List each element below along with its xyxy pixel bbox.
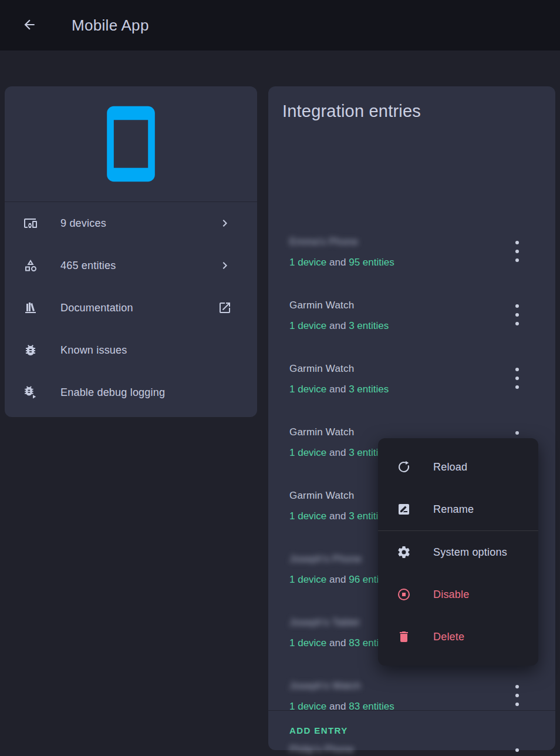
entry-entities-link[interactable]: 3 entities [349, 384, 389, 395]
info-item-documentation[interactable]: Documentation [5, 287, 257, 329]
entry-device-link[interactable]: 1 device [289, 510, 326, 522]
menu-item-disable[interactable]: Disable [378, 573, 538, 616]
entry-name: Garmin Watch [289, 298, 502, 313]
app-header: Mobile App [0, 0, 560, 51]
entry-and-text: and [329, 447, 346, 458]
entries-card-footer: ADD ENTRY [268, 710, 555, 750]
entry-subtitle: 1 device and 3 entities [289, 382, 502, 397]
info-item-label: Enable debug logging [60, 387, 165, 399]
entry-device-link[interactable]: 1 device [289, 257, 326, 268]
integration-icon-area [5, 86, 257, 201]
entry-name: Garmin Watch [289, 425, 502, 439]
gear-icon [397, 545, 411, 559]
page-title: Mobile App [72, 16, 149, 35]
info-list: 9 devices 465 entities Documentation [5, 202, 257, 414]
integration-entry-row: Emma's Phone 1 device and 95 entities [268, 229, 555, 293]
entry-and-text: and [329, 257, 346, 268]
add-entry-button[interactable]: ADD ENTRY [289, 725, 348, 735]
menu-item-delete[interactable]: Delete [378, 616, 538, 658]
shapes-icon [23, 258, 38, 273]
entry-menu-button[interactable] [505, 240, 529, 263]
entry-name: Joseph's Watch [289, 679, 502, 693]
arrow-left-icon [22, 17, 37, 34]
back-button[interactable] [21, 17, 38, 33]
entry-menu-button[interactable] [505, 684, 529, 707]
entry-name: Garmin Watch [289, 362, 502, 376]
entry-device-link[interactable]: 1 device [289, 637, 326, 649]
trash-icon [397, 630, 411, 644]
entry-context-menu: Reload Rename System options Disable De [378, 438, 538, 666]
menu-item-reload[interactable]: Reload [378, 446, 538, 488]
bug-play-icon [23, 385, 38, 399]
menu-item-label: Disable [433, 589, 469, 601]
entry-device-link[interactable]: 1 device [289, 384, 326, 395]
entry-device-link[interactable]: 1 device [289, 447, 326, 458]
menu-item-label: Reload [433, 461, 467, 473]
info-item-label: Known issues [60, 344, 127, 357]
info-item-entities[interactable]: 465 entities [5, 244, 257, 287]
entry-menu-button[interactable] [505, 367, 529, 390]
open-in-new-icon [218, 301, 232, 315]
entries-card-title: Integration entries [268, 86, 555, 121]
entry-and-text: and [329, 637, 346, 649]
reload-icon [397, 460, 411, 474]
entry-and-text: and [329, 510, 346, 522]
bookshelf-icon [23, 301, 38, 315]
info-item-label: 465 entities [60, 260, 116, 272]
entry-name: Emma's Phone [289, 235, 502, 249]
entry-device-link[interactable]: 1 device [289, 574, 326, 585]
stop-circle-icon [397, 587, 411, 602]
integration-entry-row: Garmin Watch 1 device and 3 entities [268, 293, 555, 356]
menu-item-label: Delete [433, 631, 464, 643]
rename-box-icon [397, 502, 411, 516]
entry-subtitle: 1 device and 3 entities [289, 319, 502, 333]
mobile-app-integration-page: Mobile App 9 devices 465 entities [0, 0, 560, 756]
entry-and-text: and [329, 384, 346, 395]
entry-subtitle: 1 device and 95 entities [289, 256, 502, 270]
entry-menu-button[interactable] [505, 303, 529, 327]
cellphone-icon [90, 103, 172, 185]
menu-item-label: Rename [433, 503, 474, 516]
menu-item-system-options[interactable]: System options [378, 531, 538, 573]
integration-entry-row: Garmin Watch 1 device and 3 entities [268, 356, 555, 419]
info-item-known-issues[interactable]: Known issues [5, 329, 257, 371]
entry-entities-link[interactable]: 95 entities [349, 257, 394, 268]
chevron-right-icon [218, 258, 232, 273]
menu-item-label: System options [433, 546, 507, 559]
chevron-right-icon [218, 216, 232, 230]
entry-device-link[interactable]: 1 device [289, 320, 326, 331]
entry-entities-link[interactable]: 3 entities [349, 320, 389, 331]
info-item-label: 9 devices [60, 217, 106, 230]
entry-and-text: and [329, 320, 346, 331]
bug-icon [23, 343, 38, 357]
info-item-label: Documentation [60, 302, 133, 314]
info-item-enable-debug-logging[interactable]: Enable debug logging [5, 371, 257, 414]
entry-and-text: and [329, 574, 346, 585]
info-item-devices[interactable]: 9 devices [5, 202, 257, 244]
menu-item-rename[interactable]: Rename [378, 488, 538, 530]
integration-info-card: 9 devices 465 entities Documentation [5, 86, 257, 417]
devices-icon [23, 216, 38, 230]
